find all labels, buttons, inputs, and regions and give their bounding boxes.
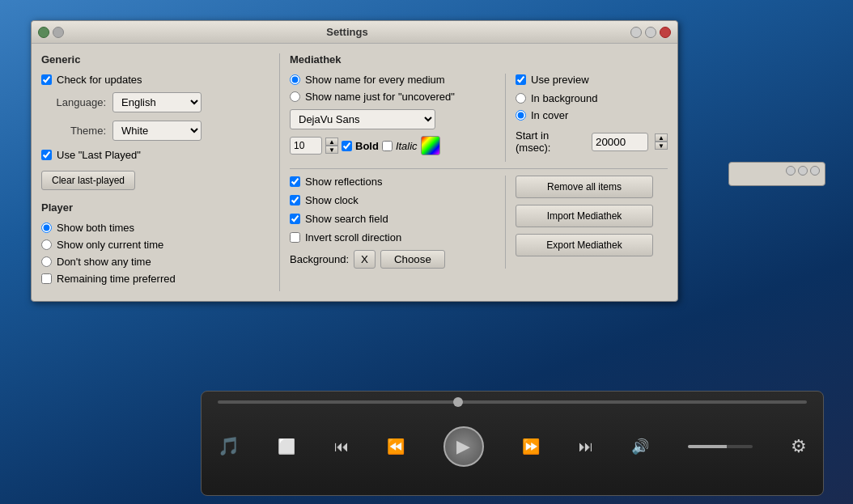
mediathek-top: Show name for every medium Show name jus… [290, 74, 668, 162]
scrubber-thumb[interactable] [453, 397, 463, 407]
show-both-label: Show both times [57, 222, 134, 234]
remove-all-button[interactable]: Remove all items [516, 176, 653, 198]
left-panel: Generic Check for updates Language: Engl… [41, 53, 280, 291]
in-cover-label: In cover [531, 109, 568, 121]
rewind-button[interactable]: ⏪ [387, 438, 405, 455]
start-msec-row: Start in (msec): ▲ ▼ [516, 129, 668, 154]
remaining-label: Remaining time preferred [57, 273, 176, 285]
player-section: Player Show both times Show only current… [41, 201, 269, 285]
dont-show-row: Don't show any time [41, 256, 269, 268]
in-cover-radio[interactable] [516, 110, 526, 121]
show-current-radio[interactable] [41, 239, 52, 250]
italic-label: Italic [396, 140, 418, 152]
show-clock-row: Show clock [290, 194, 499, 206]
use-preview-row: Use preview [516, 74, 668, 86]
show-clock-checkbox[interactable] [290, 195, 300, 205]
show-reflections-label: Show reflections [305, 176, 382, 188]
font-size-down-button[interactable]: ▼ [325, 146, 338, 154]
invert-scroll-label: Invert scroll direction [305, 231, 401, 244]
right-panel: Mediathek Show name for every medium Sho… [280, 53, 668, 291]
divider [290, 168, 668, 169]
export-button[interactable]: Export Mediathek [516, 234, 653, 256]
check-updates-row: Check for updates [41, 74, 269, 86]
title-bar-controls [630, 27, 671, 38]
msec-down-button[interactable]: ▼ [655, 142, 668, 150]
clear-last-played-button[interactable]: Clear last-played [41, 171, 135, 190]
mediathek-left: Show name for every medium Show name jus… [290, 74, 506, 162]
font-size-up-button[interactable]: ▲ [325, 138, 338, 146]
show-clock-label: Show clock [305, 194, 359, 206]
title-bar: Settings [32, 21, 677, 44]
theme-select[interactable]: White Dark Classic [112, 121, 202, 141]
show-name-uncovered-label: Show name just for "uncovered" [305, 91, 455, 103]
show-name-every-radio[interactable] [290, 74, 300, 85]
settings-icon[interactable]: ⚙ [791, 436, 807, 457]
scrubber-track[interactable] [218, 400, 807, 404]
show-reflections-row: Show reflections [290, 176, 499, 188]
next-button[interactable]: ⏭ [579, 438, 593, 455]
window-icon [38, 27, 49, 38]
remaining-checkbox[interactable] [41, 273, 52, 284]
background-row: Background: X Choose [290, 250, 499, 269]
window-title: Settings [326, 26, 367, 38]
minimize-button[interactable] [630, 27, 642, 38]
background-clear-button[interactable]: X [354, 250, 376, 269]
sub-window [728, 162, 825, 186]
player-section-title: Player [41, 201, 269, 214]
media-player: 🎵 ⬜ ⏮ ⏪ ▶ ⏩ ⏭ 🔊 ⚙ [201, 391, 824, 496]
options-left: Show reflections Show clock Show search … [290, 176, 506, 269]
use-last-played-checkbox[interactable] [41, 150, 52, 160]
language-select[interactable]: English German French [112, 92, 202, 112]
prev-button[interactable]: ⏮ [334, 438, 349, 455]
in-background-radio[interactable] [516, 93, 526, 104]
msec-up-button[interactable]: ▲ [655, 133, 668, 142]
use-last-played-label: Use "Last Played" [57, 149, 141, 161]
options-bottom: Show reflections Show clock Show search … [290, 176, 668, 269]
msec-spinner: ▲ ▼ [655, 133, 668, 150]
sub-win-btn-2[interactable] [798, 166, 808, 176]
show-current-label: Show only current time [57, 239, 163, 251]
font-select[interactable]: DejaVu Sans Arial Helvetica [290, 109, 435, 129]
background-label: Background: [290, 253, 349, 265]
use-preview-checkbox[interactable] [516, 74, 526, 85]
mediathek-section-title: Mediathek [290, 53, 668, 66]
start-msec-label: Start in (msec): [516, 129, 585, 154]
volume-slider[interactable] [688, 445, 753, 448]
invert-scroll-row: Invert scroll direction [290, 231, 499, 244]
background-choose-button[interactable]: Choose [380, 250, 445, 269]
start-msec-input[interactable] [592, 133, 648, 151]
settings-body: Generic Check for updates Language: Engl… [32, 44, 677, 301]
import-button[interactable]: Import Mediathek [516, 205, 653, 227]
dont-show-radio[interactable] [41, 256, 52, 267]
check-updates-checkbox[interactable] [41, 74, 52, 85]
volume-icon[interactable]: 🔊 [631, 438, 649, 455]
title-bar-left [38, 27, 64, 38]
show-reflections-checkbox[interactable] [290, 176, 300, 187]
scrubber-area[interactable] [202, 398, 823, 406]
stop-button[interactable]: ⬜ [278, 438, 295, 455]
show-search-checkbox[interactable] [290, 214, 300, 224]
show-name-uncovered-radio[interactable] [290, 91, 300, 102]
invert-scroll-checkbox[interactable] [290, 232, 300, 243]
window-icon2 [53, 27, 64, 38]
remaining-row: Remaining time preferred [41, 273, 269, 285]
close-button[interactable] [660, 27, 671, 38]
font-size-row: ▲ ▼ Bold Italic [290, 136, 499, 155]
show-both-row: Show both times [41, 222, 269, 234]
sub-title-bar [729, 163, 825, 179]
bold-checkbox[interactable] [342, 141, 352, 151]
logo-icon[interactable]: 🎵 [218, 436, 240, 457]
maximize-button[interactable] [645, 27, 656, 38]
font-size-spinner: ▲ ▼ [325, 138, 338, 154]
use-preview-label: Use preview [531, 74, 589, 86]
show-both-radio[interactable] [41, 222, 52, 233]
show-name-every-label: Show name for every medium [305, 74, 445, 86]
fast-forward-button[interactable]: ⏩ [522, 438, 540, 455]
sub-win-btn-3[interactable] [810, 166, 820, 176]
font-size-input[interactable] [290, 137, 322, 155]
use-last-played-row: Use "Last Played" [41, 149, 269, 161]
italic-checkbox[interactable] [382, 141, 393, 151]
play-button[interactable]: ▶ [443, 426, 484, 467]
sub-win-btn-1[interactable] [786, 166, 796, 176]
color-picker-button[interactable] [421, 136, 440, 155]
